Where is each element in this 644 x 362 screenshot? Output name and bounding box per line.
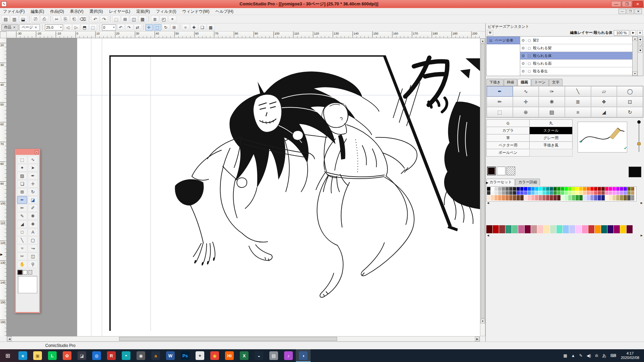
preview-slider[interactable] <box>637 120 641 154</box>
pattern-brush-tool[interactable]: ❖ <box>28 220 38 228</box>
panel-next-button[interactable]: ▶ <box>631 30 636 36</box>
layer-row[interactable]: ⊙ ▢ 殴られる髪 <box>520 44 632 52</box>
assistant-pencil-tool[interactable]: ✏ <box>487 97 513 107</box>
assistant-eraser-tool[interactable]: ▱ <box>591 86 617 97</box>
taskbar-word[interactable]: W <box>163 349 178 362</box>
palette-color-cell[interactable] <box>502 191 505 195</box>
eraser-tool[interactable]: ◪ <box>28 196 38 204</box>
palette-color-cell[interactable] <box>494 191 498 195</box>
foreground-color-swatch[interactable] <box>18 270 22 275</box>
palette-color-cell[interactable] <box>535 191 539 195</box>
volume-icon[interactable]: ◀) <box>585 353 593 358</box>
zoom-tool[interactable]: ⚲ <box>28 260 38 268</box>
assistant-ruled-line-tool[interactable]: ≡ <box>565 107 591 117</box>
snap-grid-button[interactable]: ⊞ <box>170 24 178 31</box>
palette-color-cell[interactable] <box>491 191 494 195</box>
start-button[interactable]: ⊞ <box>0 349 15 362</box>
menu-item[interactable]: レイヤー(L) <box>106 8 133 15</box>
layer-visibility-icon[interactable]: ⊙ <box>520 38 526 43</box>
object-select-tool[interactable]: ➤ <box>28 164 38 172</box>
redo-button[interactable]: ↷ <box>100 16 108 23</box>
palette-color-cell[interactable] <box>631 187 635 191</box>
flip-horizontal-button[interactable]: ⇄ <box>134 24 142 31</box>
layer-opacity-value[interactable]: 100 % <box>614 30 629 36</box>
spin-down-icon[interactable]: ▾ <box>113 26 115 29</box>
scroll-right-icon[interactable]: ▶ <box>475 337 480 341</box>
palette-scroll-right-icon[interactable]: ▶ <box>641 201 643 204</box>
palette-color-cell[interactable] <box>612 195 616 201</box>
palette-color-cell[interactable] <box>491 195 494 201</box>
assistant-ellipse-tool[interactable]: ◯ <box>617 86 643 97</box>
print-preview-button[interactable]: ⎚ <box>32 16 40 23</box>
pen-type-cell[interactable]: ベクター用 <box>486 141 530 149</box>
layer-visibility-icon[interactable]: ⊙ <box>520 54 526 58</box>
palette-color-cell[interactable] <box>616 187 620 191</box>
palette-color-cell[interactable] <box>565 187 568 191</box>
palette-color-cell[interactable] <box>505 195 509 201</box>
palette-color-cell[interactable] <box>627 195 631 201</box>
palette-color-cell[interactable] <box>631 191 635 195</box>
materials-button[interactable]: ◰ <box>160 16 168 23</box>
tablet-icon[interactable]: ✎ <box>577 353 585 358</box>
strip-color-cell[interactable] <box>588 225 595 233</box>
horizontal-scroll-thumb[interactable] <box>119 337 337 341</box>
palette-color-cell[interactable] <box>598 191 601 195</box>
strip-color-cell[interactable] <box>537 225 544 233</box>
strip-scroll-left-icon[interactable]: ◀ <box>487 234 489 237</box>
palette-color-cell[interactable] <box>587 191 590 195</box>
strip-color-cell[interactable] <box>525 225 531 233</box>
assistant-move-tool[interactable]: ✛ <box>513 97 539 107</box>
line-tool[interactable]: ╲ <box>17 236 27 244</box>
palette-color-cell[interactable] <box>572 195 576 201</box>
taskbar-capture[interactable]: ◉ <box>133 349 148 362</box>
palette-color-cell[interactable] <box>605 191 609 195</box>
actual-pixels-button[interactable]: ⬚ <box>89 24 97 31</box>
palette-color-cell[interactable] <box>553 195 557 201</box>
palette-color-cell[interactable] <box>616 191 620 195</box>
close-button[interactable]: ✕ <box>633 1 643 7</box>
palette-color-cell[interactable] <box>620 195 624 201</box>
palette-color-cell[interactable] <box>524 195 528 201</box>
taskbar-media-orange[interactable]: Hi <box>222 349 237 362</box>
palette-color-cell[interactable] <box>583 187 587 191</box>
palette-color-cell[interactable] <box>531 191 535 195</box>
palette-color-cell[interactable] <box>520 187 524 191</box>
fill-tool[interactable]: ◢ <box>17 220 27 228</box>
palette-color-cell[interactable] <box>491 187 494 191</box>
taskbar-photoshop[interactable]: Ps <box>178 349 193 362</box>
taskbar-line[interactable]: L <box>45 349 60 362</box>
touch-keyboard-icon[interactable]: ⌨ <box>608 353 618 358</box>
ime-toolbar-icon[interactable]: ▦ <box>561 353 569 358</box>
frame-cut-tool[interactable]: ◫ <box>28 252 38 260</box>
category-tab[interactable]: トーン <box>531 79 549 86</box>
snap-parallel-button[interactable]: ✛ <box>145 24 153 31</box>
fit-page-button[interactable]: ⬒ <box>81 24 89 31</box>
rounded-rect-tool[interactable]: ▢ <box>28 236 38 244</box>
palette-color-cell[interactable] <box>524 191 528 195</box>
palette-color-cell[interactable] <box>572 187 576 191</box>
palette-color-cell[interactable] <box>631 195 635 201</box>
paste-button[interactable]: ⎗ <box>70 16 78 23</box>
maximize-button[interactable]: ❐ <box>622 1 632 7</box>
palette-color-cell[interactable] <box>550 195 553 201</box>
palette-color-cell[interactable] <box>502 187 505 191</box>
assistant-airbrush-tool[interactable]: ❋ <box>539 97 565 107</box>
palette-color-cell[interactable] <box>546 191 550 195</box>
marker-tool[interactable]: ✐ <box>28 204 38 212</box>
scroll-up-icon[interactable]: ▲ <box>480 39 485 43</box>
palette-color-cell[interactable] <box>616 195 620 201</box>
palette-color-cell[interactable] <box>587 187 590 191</box>
palette-color-cell[interactable] <box>561 195 565 201</box>
undo-button[interactable]: ↶ <box>91 16 99 23</box>
taskbar-app-light[interactable]: ✦ <box>193 349 207 362</box>
palette-color-cell[interactable] <box>487 191 491 195</box>
panel-tool-icon[interactable]: ⚒ <box>487 30 493 36</box>
strip-color-cell[interactable] <box>531 225 537 233</box>
menu-item[interactable]: 表示(V) <box>67 8 87 15</box>
selection-launcher-button[interactable]: ⬚ <box>112 16 120 23</box>
palette-color-cell[interactable] <box>509 191 513 195</box>
strip-color-cell[interactable] <box>607 225 614 233</box>
taskbar-photos[interactable]: ✿ <box>60 349 74 362</box>
tool-palette-titlebar[interactable]: x <box>16 150 39 155</box>
save-button[interactable]: ⬓ <box>19 16 27 23</box>
